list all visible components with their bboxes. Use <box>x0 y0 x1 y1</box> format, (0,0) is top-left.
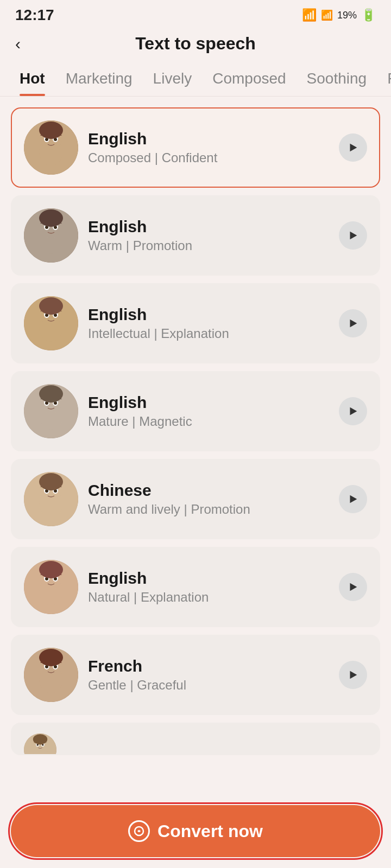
status-icons: 📶 📶 19% 🔋 <box>302 8 376 22</box>
back-button[interactable]: ‹ <box>15 35 21 53</box>
svg-point-7 <box>39 122 63 139</box>
svg-marker-44 <box>350 495 357 503</box>
svg-marker-62 <box>350 671 357 679</box>
voice-language: English <box>88 393 329 412</box>
convert-icon <box>128 820 150 842</box>
svg-marker-26 <box>350 320 357 328</box>
play-icon <box>347 493 359 505</box>
voice-description: Mature | Magnetic <box>88 414 329 429</box>
avatar <box>24 120 78 175</box>
battery-icon: 🔋 <box>361 8 376 22</box>
svg-marker-8 <box>350 144 357 152</box>
play-icon <box>347 581 359 593</box>
voice-language: English <box>88 305 329 324</box>
avatar <box>24 560 78 614</box>
avatar <box>24 296 78 350</box>
voice-description: Natural | Explanation <box>88 590 329 605</box>
tab-female[interactable]: Female <box>379 63 391 96</box>
signal-icon: 📶 <box>321 9 333 21</box>
voice-info: English Mature | Magnetic <box>88 393 329 429</box>
avatar <box>24 733 56 755</box>
tab-marketing[interactable]: Marketing <box>57 63 141 96</box>
svg-point-16 <box>39 209 63 227</box>
voice-language: English <box>88 218 329 236</box>
play-button[interactable] <box>339 133 367 162</box>
battery-indicator: 19% <box>337 10 357 21</box>
voice-card-7[interactable]: French Gentle | Graceful <box>11 635 380 715</box>
voice-card-8[interactable] <box>11 723 380 755</box>
voice-info: Chinese Warm and lively | Promotion <box>88 481 329 517</box>
svg-marker-17 <box>350 232 357 240</box>
convert-btn-label: Convert now <box>157 821 263 841</box>
tab-composed[interactable]: Composed <box>204 63 294 96</box>
voice-description: Intellectual | Explanation <box>88 326 329 341</box>
tab-soothing[interactable]: Soothing <box>298 63 376 96</box>
voice-description: Warm and lively | Promotion <box>88 502 329 517</box>
voice-info: English Warm | Promotion <box>88 218 329 253</box>
svg-point-25 <box>39 297 63 315</box>
svg-point-52 <box>39 561 63 578</box>
tabs-bar: HotMarketingLivelyComposedSoothingFemale <box>0 63 391 97</box>
play-icon <box>347 317 359 329</box>
voice-description: Warm | Promotion <box>88 238 329 253</box>
avatar <box>24 472 78 526</box>
play-icon <box>347 405 359 417</box>
voice-card-4[interactable]: English Mature | Magnetic <box>11 371 380 451</box>
voice-description: Gentle | Graceful <box>88 678 329 693</box>
convert-now-button[interactable]: Convert now <box>11 805 380 857</box>
voice-info: English Natural | Explanation <box>88 569 329 605</box>
svg-marker-35 <box>350 407 357 416</box>
play-icon <box>347 142 359 154</box>
svg-point-43 <box>39 473 63 490</box>
avatar <box>24 384 78 438</box>
play-icon <box>347 669 359 681</box>
play-button[interactable] <box>339 485 367 513</box>
play-icon <box>347 229 359 241</box>
svg-point-34 <box>39 385 63 403</box>
svg-point-61 <box>39 649 63 666</box>
header: ‹ Text to speech <box>0 28 391 63</box>
voice-card-2[interactable]: English Warm | Promotion <box>11 195 380 276</box>
avatar <box>24 208 78 263</box>
voice-info: English Intellectual | Explanation <box>88 305 329 341</box>
svg-marker-53 <box>350 583 357 591</box>
voice-description: Composed | Confident <box>88 150 329 165</box>
voice-language: French <box>88 657 329 675</box>
voice-card-6[interactable]: English Natural | Explanation <box>11 547 380 627</box>
play-button[interactable] <box>339 309 367 337</box>
voice-list: English Composed | Confident English War… <box>0 97 391 842</box>
play-button[interactable] <box>339 221 367 250</box>
play-button[interactable] <box>339 397 367 425</box>
voice-language: English <box>88 130 329 148</box>
voice-info: French Gentle | Graceful <box>88 657 329 693</box>
voice-card-3[interactable]: English Intellectual | Explanation <box>11 283 380 363</box>
voice-language: English <box>88 569 329 588</box>
page-title: Text to speech <box>135 34 256 54</box>
wifi-icon: 📶 <box>302 8 317 22</box>
svg-point-70 <box>33 734 47 744</box>
voice-info: English Composed | Confident <box>88 130 329 165</box>
status-bar: 12:17 📶 📶 19% 🔋 <box>0 0 391 28</box>
play-button[interactable] <box>339 661 367 689</box>
status-time: 12:17 <box>15 7 54 24</box>
avatar <box>24 648 78 702</box>
bottom-bar: Convert now <box>0 796 391 868</box>
tab-lively[interactable]: Lively <box>144 63 201 96</box>
voice-language: Chinese <box>88 481 329 500</box>
voice-card-5[interactable]: Chinese Warm and lively | Promotion <box>11 459 380 539</box>
voice-card-1[interactable]: English Composed | Confident <box>11 107 380 188</box>
tab-hot[interactable]: Hot <box>11 63 54 96</box>
play-button[interactable] <box>339 573 367 601</box>
